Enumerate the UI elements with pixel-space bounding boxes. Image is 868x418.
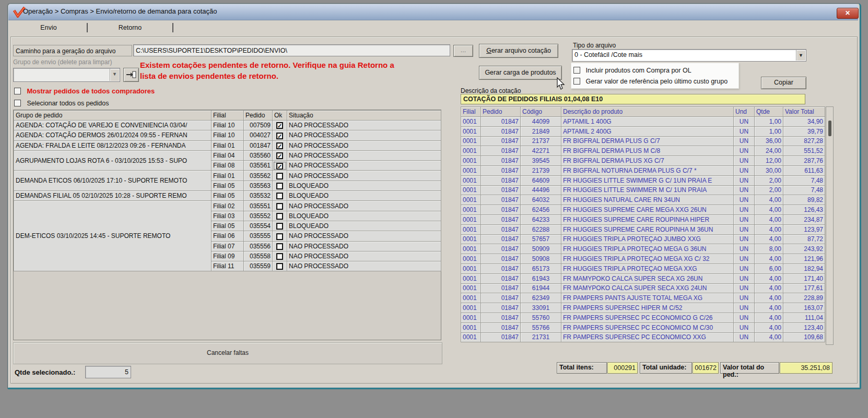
pedido-cell[interactable]: 035559 [244,261,273,271]
ok-checkbox[interactable] [276,213,283,220]
ok-checkbox[interactable] [276,173,283,180]
filial-cell[interactable]: Filial 01 [212,140,244,150]
und-cell[interactable]: UN [734,224,755,234]
pedido-cell[interactable]: 035556 [244,241,273,251]
pedido-cell[interactable]: 01847 [481,156,521,166]
pedido-cell[interactable]: 01847 [481,332,521,342]
und-cell[interactable]: UN [734,117,755,127]
qtde-cell[interactable]: 4,00 [755,273,783,283]
descricao-cell[interactable]: FR PAMPERS PANTS AJUSTE TOTAL MEGA XG [561,293,734,303]
pedido-cell[interactable]: 035554 [244,221,273,231]
pedido-cell[interactable]: 007509 [244,121,273,130]
browse-button[interactable]: ... [453,45,473,57]
descricao-cell[interactable]: FR PAMPERS SUPERSEC PC ECONOMICO M C/30 [561,323,734,332]
filial-cell[interactable]: Filial 05 [212,191,244,201]
codigo-cell[interactable]: 57657 [521,234,561,244]
right-grid-row[interactable]: 00010184721739FR BIGFRAL NOTURNA DERMA P… [461,165,825,175]
filial-cell[interactable]: 0001 [461,323,481,332]
grupo-pedido-cell[interactable]: AGRUPAMENTO LOJAS ROTA 6 - 03/10/2025 15… [14,150,212,171]
und-cell[interactable]: UN [734,185,755,195]
descricao-cell[interactable]: FR MAMYPOKO CALCA SUPER SECA XXG 24UN [561,283,734,293]
descricao-cell[interactable]: FR HUGGIES SUPREME CARE MEGA XXG 26UN [561,205,734,215]
codigo-cell[interactable]: 64032 [521,195,561,205]
descricao-cell[interactable]: FR HUGGIES LITTLE SWIMMER M C/ 1UN PRAIA [561,185,734,195]
codigo-cell[interactable]: 55760 [521,313,561,323]
pedido-cell[interactable]: 035532 [244,191,273,201]
gerar-valor-checkbox[interactable] [573,78,580,85]
filial-cell[interactable]: 0001 [461,224,481,234]
pedido-cell[interactable]: 035562 [244,171,273,181]
pedido-cell[interactable]: 035563 [244,181,273,190]
valor-total-cell[interactable]: 89,82 [783,195,825,205]
qtde-cell[interactable]: 4,00 [755,214,783,224]
pedido-cell[interactable]: 01847 [481,214,521,224]
right-grid-row[interactable]: 00010184762349FR PAMPERS PANTS AJUSTE TO… [461,293,825,303]
descricao-cell[interactable]: FR BIGFRAL DERMA PLUS M C/8 [561,146,734,156]
descricao-cell[interactable]: FR HUGGIES LITTLE SWIMMER G C/ 1UN PRAIA… [561,175,734,185]
codigo-cell[interactable]: 62349 [521,293,561,303]
path-input[interactable] [133,44,450,56]
ok-cell[interactable] [273,221,287,231]
valor-total-cell[interactable]: 551,52 [783,146,825,156]
grupo-pedido-cell[interactable]: AGENDA: COTAÇÃO DERMOS 26/01/2024 09:55 … [14,130,212,140]
right-grid-row[interactable]: 00010184762288FR HUGGIES SUPREME CARE RO… [461,224,825,234]
qtde-cell[interactable]: 6,00 [755,264,783,273]
pedido-cell[interactable]: 01847 [481,254,521,264]
pedido-cell[interactable]: 035552 [244,211,273,221]
pedido-cell[interactable]: 01847 [481,303,521,313]
ok-checkbox[interactable] [276,233,283,240]
und-cell[interactable]: UN [734,273,755,283]
ok-cell[interactable] [273,231,287,241]
descricao-cell[interactable]: FR HUGGIES TRIPLA PROTEÇAO MEGA XXG [561,264,734,273]
codigo-cell[interactable]: 21739 [521,165,561,175]
filial-cell[interactable]: Filial 04 [212,150,244,160]
pedido-cell[interactable]: 01847 [481,234,521,244]
pedido-cell[interactable]: 035560 [244,150,273,160]
filial-cell[interactable]: Filial 11 [212,261,244,271]
pedido-cell[interactable]: 01847 [481,205,521,215]
situacao-cell[interactable]: NAO PROCESSADO [287,140,441,150]
valor-total-cell[interactable]: 182,94 [783,264,825,273]
descricao-cell[interactable]: FR PAMPERS SUPERSEC PC ECONOMICO XXG [561,332,734,342]
ok-checkbox[interactable]: ✓ [276,152,283,159]
qtde-cell[interactable]: 36,00 [755,136,783,146]
pedido-cell[interactable]: 035551 [244,201,273,211]
qtde-cell[interactable]: 4,00 [755,254,783,264]
pedido-cell[interactable]: 01847 [481,273,521,283]
pedido-cell[interactable]: 01847 [481,117,521,127]
copiar-button[interactable]: Copiar [761,77,806,89]
und-cell[interactable]: UN [734,323,755,332]
valor-total-cell[interactable]: 87,72 [783,234,825,244]
right-grid-row[interactable]: 00010184755766FR PAMPERS SUPERSEC PC ECO… [461,323,825,332]
und-cell[interactable]: UN [734,293,755,303]
situacao-cell[interactable]: NAO PROCESSADO [287,261,441,271]
descricao-cell[interactable]: FR PAMPERS SUPERSEC HIPER M C/52 [561,303,734,313]
qtde-cell[interactable]: 4,00 [755,205,783,215]
qtde-cell[interactable]: 1,00 [755,126,783,136]
filial-cell[interactable]: 0001 [461,175,481,185]
show-all-buyers-checkbox[interactable] [14,88,21,94]
filial-cell[interactable]: Filial 07 [212,241,244,251]
situacao-cell[interactable]: NAO PROCESSADO [287,201,441,211]
descricao-cell[interactable]: FR BIGFRAL DERMA PLUS XG C/7 [561,156,734,166]
pedido-cell[interactable]: 01847 [481,244,521,254]
ok-cell[interactable] [273,261,287,271]
valor-total-cell[interactable]: 34,90 [783,117,825,127]
filial-cell[interactable]: 0001 [461,165,481,175]
ok-checkbox[interactable] [276,243,283,250]
situacao-cell[interactable]: NAO PROCESSADO [287,241,441,251]
filial-cell[interactable]: Filial 10 [212,130,244,140]
descricao-cell[interactable]: FR HUGGIES TRIPLA PROTEÇAO MEGA G 36UN [561,244,734,254]
right-grid-row[interactable]: 00010184750908FR HUGGIES TRIPLA PROTEÇAO… [461,254,825,264]
descricao-cell[interactable]: APTAMIL 1 400G [561,117,734,127]
codigo-cell[interactable]: 55766 [521,323,561,332]
ok-checkbox[interactable]: ✓ [276,163,283,170]
ok-checkbox[interactable] [276,223,283,230]
chevron-down-icon[interactable]: ▼ [110,69,119,81]
ok-checkbox[interactable] [276,263,283,270]
valor-total-cell[interactable]: 827,28 [783,136,825,146]
codigo-cell[interactable]: 65173 [521,264,561,273]
pedido-cell[interactable]: 01847 [481,264,521,273]
und-cell[interactable]: UN [734,195,755,205]
qtde-cell[interactable]: 4,00 [755,283,783,293]
